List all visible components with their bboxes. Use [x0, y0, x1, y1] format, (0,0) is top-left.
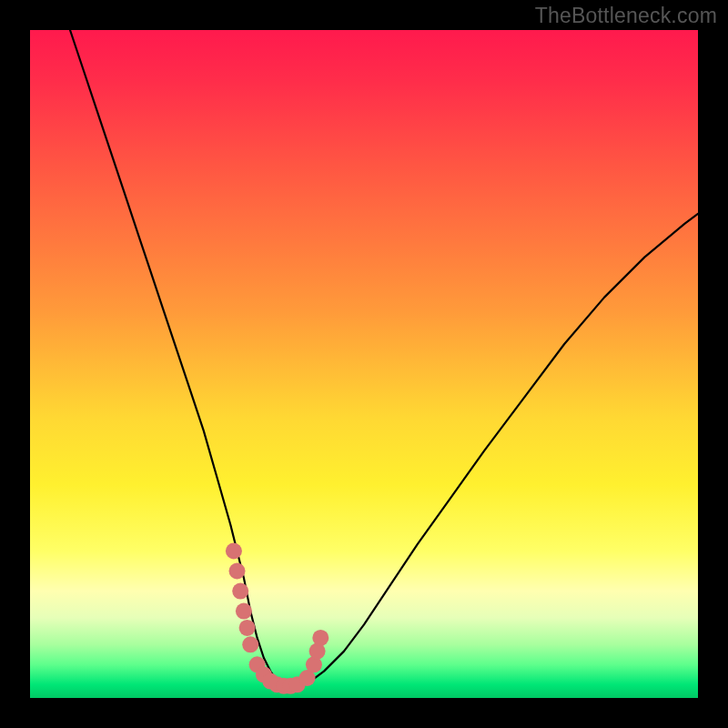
watermark-text: TheBottleneck.com [535, 4, 717, 28]
chart-svg [30, 30, 698, 698]
marker-point [242, 636, 258, 652]
marker-point [236, 603, 252, 620]
highlight-markers [226, 543, 329, 694]
plot-area [30, 30, 698, 698]
marker-point [229, 563, 246, 580]
bottleneck-curve [70, 30, 698, 684]
marker-point [312, 630, 329, 646]
chart-frame: TheBottleneck.com [0, 0, 728, 728]
marker-point [239, 620, 256, 636]
marker-point [232, 583, 248, 600]
marker-point [226, 543, 242, 560]
